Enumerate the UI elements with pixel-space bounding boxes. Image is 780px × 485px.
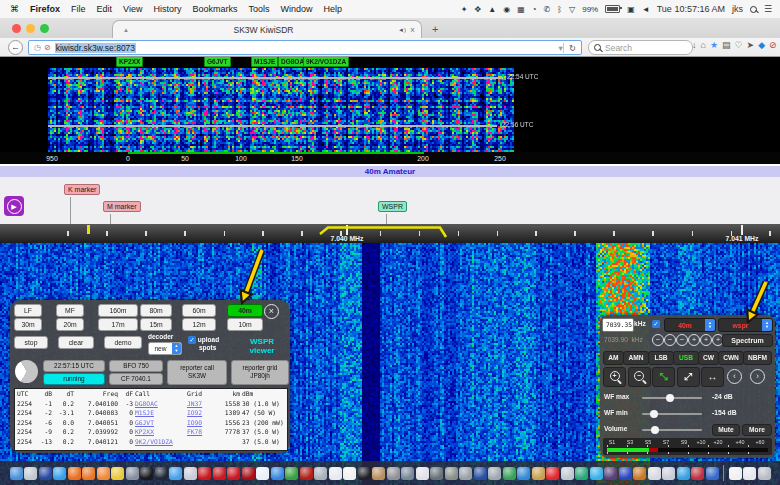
frequency-input[interactable]: 7039.35 xyxy=(602,318,634,332)
zoom-out-button[interactable]: − xyxy=(628,367,651,387)
spectrum-button[interactable]: Spectrum xyxy=(722,334,773,347)
dock-icon-github[interactable] xyxy=(604,467,617,480)
band-button-20m[interactable]: 20m xyxy=(56,318,84,331)
dock-icon-spray[interactable] xyxy=(387,467,400,480)
dropbox-icon[interactable]: ✥ xyxy=(475,5,482,14)
adblock-icon[interactable]: ⊘ xyxy=(769,40,777,50)
dock-icon-earth[interactable] xyxy=(503,467,516,480)
wspr-demo-button[interactable]: demo xyxy=(104,336,142,349)
decoded-callsign-label[interactable]: KP2XX xyxy=(116,56,143,67)
dock-icon-appstore[interactable] xyxy=(677,467,690,480)
dock-icon-terminal[interactable] xyxy=(358,467,371,480)
dock-icon-calendar[interactable] xyxy=(343,467,356,480)
tab-audio-icon[interactable]: ◄) xyxy=(398,27,406,33)
reporter-grid-button[interactable]: reporter gridJP80jh xyxy=(231,360,289,385)
dock-icon-sketch[interactable] xyxy=(561,467,574,480)
dock-icon-token[interactable] xyxy=(633,467,646,480)
zoom-to-band-button[interactable]: ⤡ xyxy=(652,367,675,387)
app-icon[interactable]: ✦ xyxy=(461,5,468,14)
band-button-15m[interactable]: 15m xyxy=(140,318,172,331)
dock-icon-check-red-4[interactable] xyxy=(242,467,255,480)
decoded-callsign-label[interactable]: G6JVT xyxy=(204,56,231,67)
menubar-clock[interactable]: Tue 10:57:16 AM xyxy=(657,4,725,14)
dock-icon-tools[interactable] xyxy=(430,467,443,480)
zoom-in-icon-1[interactable]: + xyxy=(688,334,700,346)
dock-icon-disc[interactable] xyxy=(271,467,284,480)
menubar-user[interactable]: jks xyxy=(732,4,743,14)
dock-icon-skype[interactable] xyxy=(590,467,603,480)
dock-icon-cube[interactable] xyxy=(706,467,719,480)
dock-icon-acrobat[interactable] xyxy=(300,467,313,480)
menu-item-help[interactable]: Help xyxy=(323,4,342,14)
dock-icon-trash[interactable] xyxy=(758,467,771,480)
decoded-callsign-label[interactable]: 9K2/VO1DZA xyxy=(303,56,349,67)
zoom-out-icon-1[interactable]: − xyxy=(652,334,664,346)
callsign-link[interactable]: G6JVT xyxy=(135,418,187,428)
frequency-lock-check-icon[interactable]: ✓ xyxy=(652,320,660,328)
dock-icon-notebook[interactable] xyxy=(372,467,385,480)
menu-item-window[interactable]: Window xyxy=(280,4,312,14)
band-button-30m[interactable]: 30m xyxy=(14,318,42,331)
dock-icon-finder[interactable] xyxy=(10,467,23,480)
download-icon[interactable]: ↓ xyxy=(692,40,697,50)
mode-button-amn[interactable]: AMN xyxy=(623,351,649,365)
dock-icon-pill[interactable] xyxy=(416,467,429,480)
menu-item-view[interactable]: View xyxy=(123,4,142,14)
dock-icon-display[interactable] xyxy=(401,467,414,480)
band-bar[interactable]: 40m Amateur xyxy=(0,166,780,177)
dock-icon-camera[interactable] xyxy=(445,467,458,480)
band-select[interactable]: 40m▲▼ xyxy=(664,318,716,332)
dock-icon-check-red-2[interactable] xyxy=(213,467,226,480)
dock-icon-burst[interactable] xyxy=(285,467,298,480)
band-button-40m[interactable]: 40m xyxy=(227,304,263,317)
wspr-stop-button[interactable]: stop xyxy=(14,336,48,349)
dock-icon-globe[interactable] xyxy=(517,467,530,480)
dock-icon-document-2[interactable] xyxy=(743,467,756,480)
dock-icon-mannequin[interactable] xyxy=(488,467,501,480)
page-left-button[interactable]: ‹ xyxy=(727,369,742,384)
passband-width-button[interactable]: ↔ xyxy=(701,367,724,387)
band-button-mf[interactable]: MF xyxy=(56,304,84,317)
dock-icon-x11[interactable] xyxy=(169,467,182,480)
dock-icon-stand[interactable] xyxy=(459,467,472,480)
browser-tab[interactable]: ▲ SK3W KiwiSDR ◄) × xyxy=(112,20,422,39)
wspr-clear-button[interactable]: clear xyxy=(58,336,94,349)
callsign-link[interactable]: 9K2/VO1DZA xyxy=(135,437,187,447)
zoom-out-icon-3[interactable]: − xyxy=(676,334,688,346)
waterfall-top-canvas[interactable] xyxy=(0,56,780,152)
macos-dock[interactable] xyxy=(0,461,780,485)
home-icon[interactable]: ⌂ xyxy=(701,40,706,50)
dock-icon-calculator[interactable] xyxy=(155,467,168,480)
band-button-160m[interactable]: 160m xyxy=(98,304,138,317)
upload-spots-checkbox[interactable]: ✓ upload spots xyxy=(188,336,219,352)
band-button-10m[interactable]: 10m xyxy=(227,318,263,331)
menu-item-tools[interactable]: Tools xyxy=(248,4,269,14)
reporter-call-button[interactable]: reporter callSK3W xyxy=(167,360,227,385)
dock-icon-darts[interactable] xyxy=(39,467,52,480)
mode-button-nbfm[interactable]: NBFM xyxy=(743,351,772,365)
volume-slider[interactable] xyxy=(642,429,702,431)
tracking-icon[interactable]: ◷ xyxy=(34,43,41,52)
menu-item-bookmarks[interactable]: Bookmarks xyxy=(192,4,237,14)
dock-icon-loupe[interactable] xyxy=(314,467,327,480)
dock-icon-gauge[interactable] xyxy=(691,467,704,480)
waterfall-history[interactable]: KP2XXG6JVTM1SJEDG8OAC9K2/VO1DZA22:54 UTC… xyxy=(0,56,780,152)
display-icon[interactable]: ▦ xyxy=(517,5,525,14)
notification-center-icon[interactable]: ☰ xyxy=(764,4,772,14)
dock-icon-document-1[interactable] xyxy=(729,467,742,480)
wspr-decode-table[interactable]: UTCdBdTFreqdFCallGridkmdBm2254-10.27.040… xyxy=(14,388,288,451)
search-input[interactable]: Search xyxy=(588,40,693,55)
decoder-select[interactable]: new▲▼ xyxy=(148,342,182,355)
dock-icon-preview[interactable] xyxy=(24,467,37,480)
band-button-60m[interactable]: 60m xyxy=(182,304,216,317)
send-icon[interactable]: ➤ xyxy=(747,40,755,50)
permissions-icon[interactable]: ⊘ xyxy=(44,43,51,52)
dock-icon-chrome[interactable] xyxy=(111,467,124,480)
dock-icon-firefox-2[interactable] xyxy=(82,467,95,480)
back-button[interactable]: ← xyxy=(8,40,23,55)
dock-icon-gear[interactable] xyxy=(126,467,139,480)
dock-icon-abacus[interactable] xyxy=(532,467,545,480)
phone-icon[interactable]: ✆ xyxy=(544,5,551,14)
mode-button-cwn[interactable]: CWN xyxy=(718,351,744,365)
menu-item-file[interactable]: File xyxy=(71,4,86,14)
